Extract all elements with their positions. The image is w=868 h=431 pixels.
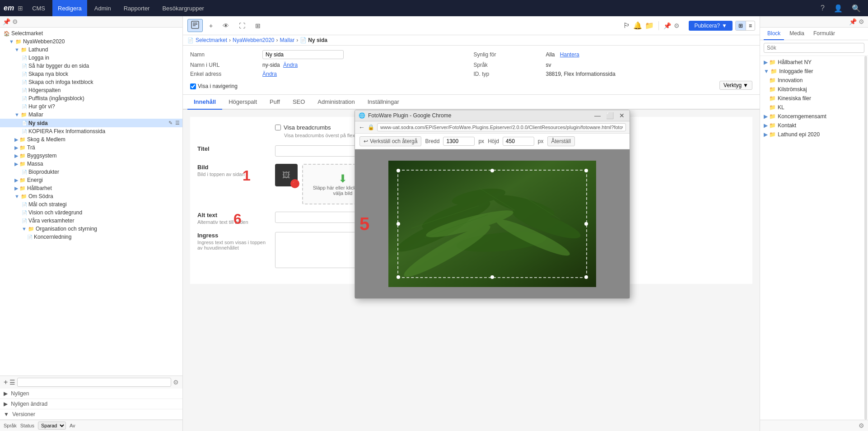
namn-input[interactable] [262, 50, 344, 59]
aterstall-btn[interactable]: Återställ [547, 136, 575, 146]
tree-item-byggsystem[interactable]: ▶ 📁 Byggsystem [0, 152, 182, 160]
crop-handle-bl[interactable] [397, 275, 400, 279]
image-remove-badge[interactable]: 🚫 [290, 179, 299, 188]
right-tree-koncerngemensamt[interactable]: ▶ 📁 Koncerngemensamt [760, 112, 868, 121]
sidebar-nyligen-andrad[interactable]: ▶ Nyligen ändrad [0, 399, 182, 409]
tab-innehall[interactable]: Innehåll [187, 95, 222, 110]
sidebar-versioner[interactable]: ▼ Versioner [0, 409, 182, 420]
alt-text-input[interactable] [275, 212, 365, 223]
hojd-input[interactable] [503, 137, 534, 146]
breadcrumbs-checkbox[interactable] [275, 125, 281, 130]
tree-item-massa[interactable]: ▶ 📁 Massa [0, 160, 182, 168]
nav-rapporter[interactable]: Rapporter [118, 0, 155, 16]
tree-item-logga-in[interactable]: 📄 Logga in [0, 54, 182, 62]
tree-item-bioprodukter[interactable]: 📄 Bioprodukter [0, 168, 182, 176]
tab-formular[interactable]: Formulär [810, 28, 839, 40]
nav-redigera[interactable]: Redigera [52, 0, 87, 16]
url-input[interactable] [377, 123, 626, 131]
view-list-btn[interactable]: ≡ [746, 21, 755, 30]
view-grid-btn[interactable]: ⊞ [736, 21, 746, 30]
crop-handle-ml[interactable] [397, 222, 400, 226]
grid-view-btn[interactable]: ⊞ [252, 20, 264, 31]
list-view-btn[interactable]: ☰ [9, 379, 15, 386]
tab-hogerspalt[interactable]: Högerspalt [222, 95, 263, 110]
preview-btn[interactable]: 👁 [219, 20, 233, 31]
right-search-input[interactable] [764, 43, 864, 53]
crop-handle-bc[interactable] [490, 275, 494, 279]
tree-item-vision[interactable]: 📄 Vision och värdegrund [0, 209, 182, 217]
edit-action-btn[interactable]: ✎ [168, 120, 173, 126]
crop-handle-tl[interactable] [397, 169, 400, 172]
tree-item-lathund[interactable]: ▼ 📁 Lathund [0, 46, 182, 54]
tab-media[interactable]: Media [786, 28, 808, 40]
tab-administration[interactable]: Administration [311, 95, 361, 110]
gear-icon[interactable]: ⚙ [859, 18, 864, 25]
right-tree-kinesiska[interactable]: 📁 Kinesiska filer [760, 94, 868, 103]
sidebar-settings-btn[interactable]: ⚙ [173, 379, 179, 386]
right-tree-inloggade[interactable]: ▼ 📁 Inloggade filer [760, 67, 868, 76]
gear-icon[interactable]: ⚙ [12, 18, 18, 25]
nav-admin[interactable]: Admin [89, 0, 117, 16]
tree-item-kopiera[interactable]: 📄 KOPIERA Flex Informationssida [0, 127, 182, 135]
tree-item-om-sodra[interactable]: ▼ 📁 Om Södra [0, 192, 182, 200]
right-tree-kontakt[interactable]: ▶ 📁 Kontakt [760, 121, 868, 130]
add-btn[interactable]: + [205, 20, 216, 31]
ingress-textarea[interactable] [275, 232, 365, 268]
right-tree-innovation[interactable]: 📁 Innovation [760, 76, 868, 85]
tree-item-mallar[interactable]: ▼ 📁 Mallar [0, 111, 182, 119]
popup-maximize-btn[interactable]: ⬜ [605, 112, 615, 119]
nav-besökargrupper[interactable]: Besökargrupper [157, 0, 210, 16]
breadcrumb-mallar[interactable]: Mallar [280, 37, 295, 43]
add-page-btn[interactable]: + [4, 378, 8, 386]
fullscreen-btn[interactable]: ⛶ [235, 20, 249, 31]
right-tree-kilstromskaj[interactable]: 📁 Kilströmskaj [760, 85, 868, 94]
titel-input[interactable] [275, 145, 365, 157]
back-nav-icon[interactable]: ← [359, 124, 365, 131]
tree-item-pufflista[interactable]: 📄 Pufflista (ingångsblock) [0, 94, 182, 102]
tab-puff[interactable]: Puff [263, 95, 286, 110]
tab-seo[interactable]: SEO [286, 95, 311, 110]
tree-item-selectmarket[interactable]: 🏠 Selectmarket [0, 29, 182, 37]
popup-minimize-btn[interactable]: — [593, 112, 602, 119]
tree-item-ny-sida[interactable]: 📄 Ny sida ✎ ☰ [0, 119, 182, 127]
tree-item-nyawebben[interactable]: ▼ 📁 NyaWebben2020 [0, 37, 182, 46]
crop-handle-br[interactable] [584, 275, 588, 279]
status-select[interactable]: Sparad [38, 422, 66, 430]
visa-navigering-checkbox[interactable] [190, 83, 196, 89]
tree-item-energi[interactable]: ▶ 📁 Energi [0, 176, 182, 184]
tree-item-skapa-infoga[interactable]: 📄 Skapa och infoga textblock [0, 78, 182, 86]
tree-item-skapa-block[interactable]: 📄 Skapa nya block [0, 70, 182, 78]
menu-action-btn[interactable]: ☰ [174, 120, 181, 126]
tree-item-sa-har[interactable]: 📄 Så här bygger du en sida [0, 62, 182, 70]
search-sidebar-input[interactable] [17, 378, 171, 387]
crop-handle-tr[interactable] [584, 169, 588, 172]
flag-btn[interactable]: 🏳 [623, 22, 630, 30]
bell-btn[interactable]: 🔔 [633, 21, 642, 30]
hantera-link[interactable]: Hantera [560, 51, 579, 58]
tab-installningar[interactable]: Inställningar [361, 95, 406, 110]
right-tree-kl[interactable]: 📁 KL [760, 103, 868, 112]
verktyg-btn[interactable]: Verktyg ▼ [719, 81, 752, 90]
search-icon[interactable]: 🔍 [848, 2, 864, 14]
tree-item-tra[interactable]: ▶ 📁 Trä [0, 144, 182, 152]
settings-bottom-icon[interactable]: ⚙ [859, 422, 864, 429]
tree-item-hur-gor[interactable]: 📄 Hur gör vi? [0, 102, 182, 111]
right-tree-scrollbar[interactable] [864, 56, 867, 420]
folder-btn[interactable]: 📁 [645, 21, 654, 30]
right-tree-lathund[interactable]: ▶ 📁 Lathund epi 2020 [760, 130, 868, 139]
nav-cms[interactable]: CMS [27, 0, 51, 16]
tree-item-skog[interactable]: ▶ 📁 Skog & Medlem [0, 135, 182, 144]
settings-icon[interactable]: ⚙ [674, 22, 680, 29]
crop-handle-mr[interactable] [584, 222, 588, 226]
andra-url-link[interactable]: Ändra [283, 62, 298, 68]
tree-item-organisation[interactable]: ▼ 📁 Organisation och styrning [0, 225, 182, 233]
breadcrumb-selectmarket[interactable]: Selectmarket [196, 37, 227, 43]
grid-icon[interactable]: ⊞ [18, 5, 23, 12]
crop-handle-tc[interactable] [490, 169, 494, 172]
popup-close-btn[interactable]: ✕ [618, 112, 626, 119]
tab-block[interactable]: Block [764, 28, 784, 40]
sidebar-nyligen[interactable]: ▶ Nyligen [0, 389, 182, 399]
breadcrumb-nyawebben[interactable]: NyaWebben2020 [233, 37, 275, 43]
tree-item-hallbarhet[interactable]: ▶ 📁 Hållbarhet [0, 184, 182, 192]
help-icon[interactable]: ? [817, 2, 828, 14]
